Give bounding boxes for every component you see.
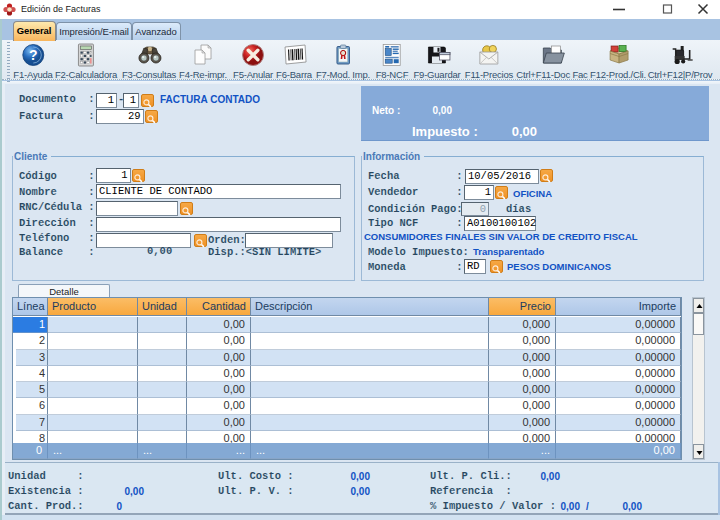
svg-text:?: ? (29, 47, 38, 63)
